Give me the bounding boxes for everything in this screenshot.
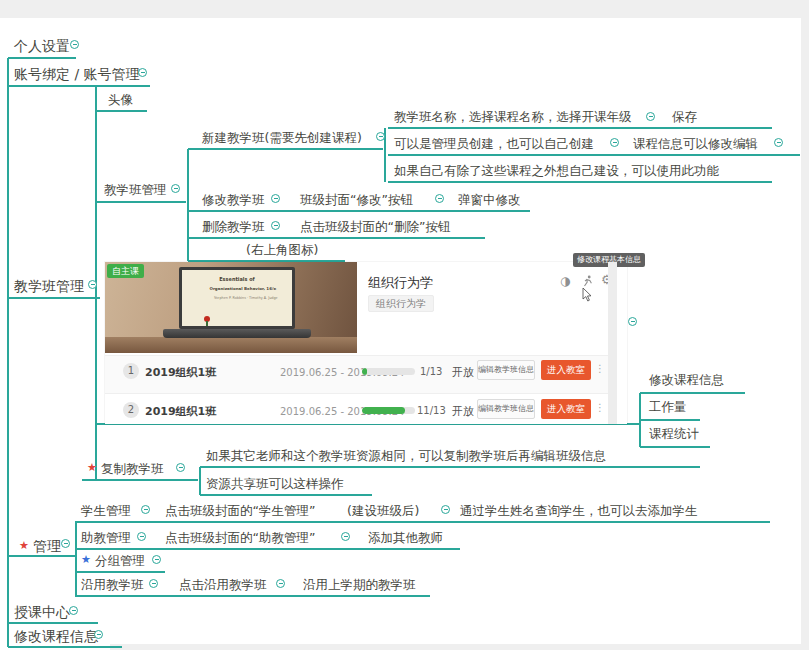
topic-add-other-teachers[interactable]: 添加其他教师 bbox=[368, 530, 443, 545]
collapse-icon[interactable] bbox=[137, 532, 146, 541]
course-title: 组织行为学 bbox=[368, 274, 433, 292]
mouse-cursor-icon bbox=[582, 288, 592, 302]
progress-bar bbox=[362, 407, 415, 414]
edit-class-info-button[interactable]: 编辑教学班信息 bbox=[477, 360, 535, 380]
topic-reuse-class[interactable]: 沿用教学班 bbox=[81, 577, 144, 592]
collapse-icon[interactable] bbox=[628, 317, 637, 326]
topic-save[interactable]: 保存 bbox=[672, 109, 697, 124]
topic-class-name-fields[interactable]: 教学班名称，选择课程名称，选择开课年级 bbox=[394, 109, 632, 124]
screenshot-scrollbar bbox=[608, 262, 617, 424]
topic-course-info-editable[interactable]: 课程信息可以修改编辑 bbox=[633, 136, 758, 151]
topic-workload[interactable]: 工作量 bbox=[649, 399, 687, 414]
class-status: 开放 bbox=[452, 365, 474, 380]
collapse-icon[interactable] bbox=[149, 579, 158, 588]
row-divider bbox=[105, 393, 608, 394]
topic-search-add-students[interactable]: 通过学生姓名查询学生，也可以去添加学生 bbox=[460, 503, 698, 518]
topic-new-class[interactable]: 新建教学班(需要先创建课程) bbox=[202, 130, 362, 145]
rose-graphic bbox=[204, 316, 210, 322]
progress-fraction: 1/13 bbox=[420, 366, 442, 377]
book-authors: Stephen P. Robbins · Timothy A. Judge bbox=[214, 296, 260, 300]
topic-cover-delete-button[interactable]: 点击班级封面的“删除”按钮 bbox=[300, 219, 450, 234]
topic-account-binding[interactable]: 账号绑定 / 账号管理 bbox=[14, 66, 140, 82]
topic-group-management[interactable]: 分组管理 bbox=[95, 553, 145, 568]
collapse-icon[interactable] bbox=[341, 532, 350, 541]
collapse-icon[interactable] bbox=[176, 463, 185, 472]
progress-fraction: 11/13 bbox=[417, 405, 446, 416]
topic-teaching-center[interactable]: 授课中心 bbox=[14, 604, 70, 620]
topic-edit-class[interactable]: 修改教学班 bbox=[202, 192, 265, 207]
topic-edit-course-info-right[interactable]: 修改课程信息 bbox=[649, 372, 724, 387]
book-title-line1: Essentials of bbox=[203, 277, 271, 283]
collapse-icon[interactable] bbox=[94, 630, 103, 639]
topic-class-management-left[interactable]: 教学班管理 bbox=[14, 278, 84, 294]
topic-student-management[interactable]: 学生管理 bbox=[81, 503, 131, 518]
topic-ta-management-entry[interactable]: 点击班级封面的“助教管理” bbox=[165, 530, 315, 545]
topic-course-statistics[interactable]: 课程统计 bbox=[649, 426, 699, 441]
collapse-icon[interactable] bbox=[441, 505, 450, 514]
runner-icon[interactable] bbox=[582, 275, 594, 287]
topic-cover-edit-button[interactable]: 班级封面“修改”按钮 bbox=[300, 192, 413, 207]
class-name: 2019组织1班 bbox=[145, 404, 216, 419]
enter-classroom-button[interactable]: 进入教室 bbox=[541, 360, 591, 380]
topic-click-reuse-class[interactable]: 点击沿用教学班 bbox=[179, 577, 267, 592]
topic-personal-settings[interactable]: 个人设置 bbox=[14, 38, 70, 54]
desk-graphic bbox=[105, 337, 357, 353]
horizontal-scrollbar[interactable] bbox=[110, 644, 801, 650]
edit-class-info-button[interactable]: 编辑教学班信息 bbox=[477, 399, 535, 419]
row-index-badge: 2 bbox=[123, 402, 139, 418]
topic-copy-class[interactable]: 复制教学班 bbox=[101, 461, 164, 476]
row-index-badge: 1 bbox=[123, 363, 139, 379]
course-tag: 组织行为学 bbox=[368, 295, 434, 312]
collapse-icon[interactable] bbox=[69, 606, 78, 615]
canvas-top-edge bbox=[0, 0, 809, 18]
collapse-icon[interactable] bbox=[610, 138, 619, 147]
vertical-scrollbar[interactable] bbox=[801, 18, 809, 650]
topic-management[interactable]: 管理 bbox=[33, 538, 61, 554]
laptop-keyboard-graphic bbox=[163, 329, 311, 338]
topic-copy-class-note[interactable]: 如果其它老师和这个教学班资源相同，可以复制教学班后再编辑班级信息 bbox=[206, 448, 606, 463]
collapse-icon[interactable] bbox=[61, 539, 70, 548]
topic-edit-course-info-bottom[interactable]: 修改课程信息 bbox=[14, 628, 98, 644]
row-divider bbox=[105, 355, 608, 356]
collapse-icon[interactable] bbox=[271, 194, 280, 203]
book-title-line2: Organizational Behavior, 16/e bbox=[210, 286, 265, 291]
topic-delete-class[interactable]: 删除教学班 bbox=[202, 219, 265, 234]
collapse-icon[interactable] bbox=[774, 138, 783, 147]
progress-bar bbox=[362, 368, 415, 375]
topic-avatar[interactable]: 头像 bbox=[108, 92, 133, 107]
collapse-icon[interactable] bbox=[435, 194, 444, 203]
topic-reuse-last-term[interactable]: 沿用上学期的教学班 bbox=[303, 577, 416, 592]
topic-top-right-icon-note[interactable]: (右上角图标) bbox=[246, 242, 318, 257]
collapse-icon[interactable] bbox=[171, 184, 180, 193]
pie-chart-icon[interactable]: ◑ bbox=[560, 274, 570, 288]
collapse-icon[interactable] bbox=[138, 68, 147, 77]
mindmap-canvas[interactable]: 个人设置 账号绑定 / 账号管理 头像 教学班名称，选择课程名称，选择开课年级 … bbox=[0, 0, 809, 650]
more-options-icon[interactable]: ⋮ bbox=[595, 363, 605, 374]
class-name: 2019组织1班 bbox=[145, 365, 216, 380]
self-course-badge: 自主课 bbox=[107, 264, 144, 278]
priority-star-icon: ★ bbox=[87, 461, 97, 475]
priority-star-icon: ★ bbox=[81, 553, 91, 567]
collapse-icon[interactable] bbox=[646, 112, 655, 121]
topic-self-build-note[interactable]: 如果自己有除了这些课程之外想自己建设，可以使用此功能 bbox=[394, 163, 719, 178]
collapse-icon[interactable] bbox=[271, 221, 280, 230]
laptop-graphic: Essentials of Organizational Behavior, 1… bbox=[179, 267, 295, 329]
topic-student-management-entry[interactable]: 点击班级封面的“学生管理” bbox=[165, 503, 315, 518]
collapse-icon[interactable] bbox=[276, 579, 285, 588]
collapse-icon[interactable] bbox=[70, 40, 79, 49]
collapse-icon[interactable] bbox=[152, 555, 161, 564]
progress-fill bbox=[362, 368, 367, 375]
collapse-icon[interactable] bbox=[88, 280, 97, 289]
topic-edit-in-dialog[interactable]: 弹窗中修改 bbox=[458, 192, 521, 207]
topic-class-management-mid[interactable]: 教学班管理 bbox=[104, 182, 167, 197]
topic-resource-share-note[interactable]: 资源共享班可以这样操作 bbox=[206, 476, 344, 491]
embedded-course-screenshot[interactable]: Essentials of Organizational Behavior, 1… bbox=[105, 262, 627, 424]
enter-classroom-button[interactable]: 进入教室 bbox=[541, 399, 591, 419]
progress-fill bbox=[362, 407, 405, 414]
collapse-icon[interactable] bbox=[141, 505, 150, 514]
collapse-icon[interactable] bbox=[376, 132, 385, 141]
more-options-icon[interactable]: ⋮ bbox=[595, 402, 605, 413]
topic-after-class-built[interactable]: (建设班级后) bbox=[347, 503, 419, 518]
topic-ta-management[interactable]: 助教管理 bbox=[81, 530, 131, 545]
topic-created-by-admin-or-self[interactable]: 可以是管理员创建，也可以自己创建 bbox=[394, 136, 594, 151]
